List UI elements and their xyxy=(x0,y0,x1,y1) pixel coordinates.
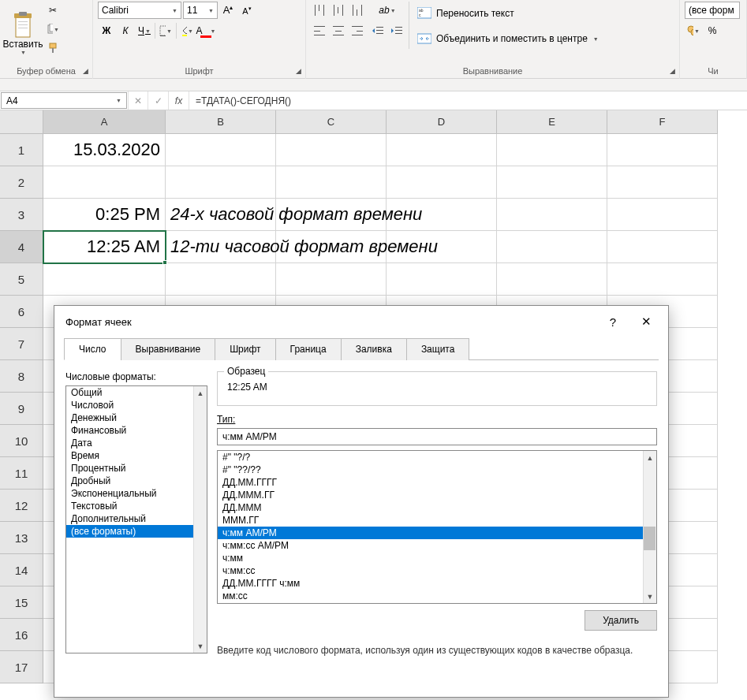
format-item[interactable]: ДД.ММ.ГГГГ ч:мм xyxy=(218,577,656,590)
col-header-F[interactable]: F xyxy=(607,110,718,134)
fx-button[interactable]: fx xyxy=(169,91,189,110)
cell-B4[interactable]: 12-ти часовой формат времени xyxy=(166,231,276,263)
paste-button[interactable]: Вставить ▼ xyxy=(5,2,41,65)
increase-font-button[interactable]: A▴ xyxy=(219,2,237,19)
category-item[interactable]: Текстовый xyxy=(66,500,207,512)
font-color-button[interactable]: A▼ xyxy=(197,22,215,39)
font-name-combo[interactable]: Calibri▼ xyxy=(98,2,181,19)
row-header-10[interactable]: 10 xyxy=(0,425,43,457)
row-header-4[interactable]: 4 xyxy=(0,231,43,263)
cell-F1[interactable] xyxy=(607,134,718,166)
delete-format-button[interactable]: Удалить xyxy=(585,610,657,631)
categories-scrollbar[interactable]: ▲ ▼ xyxy=(193,386,207,653)
row-header-7[interactable]: 7 xyxy=(0,328,43,360)
row-header-12[interactable]: 12 xyxy=(0,490,43,522)
align-top-button[interactable] xyxy=(311,2,328,19)
decrease-font-button[interactable]: A▾ xyxy=(238,2,256,19)
type-input[interactable]: ч:мм AM/PM xyxy=(217,428,657,445)
font-launcher[interactable]: ◢ xyxy=(293,65,304,76)
underline-button[interactable]: Ч▼ xyxy=(136,22,153,39)
fill-color-button[interactable]: ▼ xyxy=(178,22,196,39)
cell-F4[interactable] xyxy=(607,231,718,263)
category-item[interactable]: Дополнительный xyxy=(66,512,207,525)
col-header-D[interactable]: D xyxy=(387,110,497,134)
row-header-15[interactable]: 15 xyxy=(0,586,43,619)
scroll-thumb[interactable] xyxy=(644,527,655,550)
cell-B1[interactable] xyxy=(166,134,276,166)
align-right-button[interactable] xyxy=(349,22,366,39)
row-header-17[interactable]: 17 xyxy=(0,651,43,683)
category-item[interactable]: Дата xyxy=(66,437,207,449)
italic-button[interactable]: К xyxy=(117,22,134,39)
category-item[interactable]: Процентный xyxy=(66,462,207,475)
borders-button[interactable]: ▼ xyxy=(157,22,174,39)
cell-D1[interactable] xyxy=(387,134,497,166)
cell-F3[interactable] xyxy=(607,199,718,231)
cell-C1[interactable] xyxy=(276,134,387,166)
cell-E3[interactable] xyxy=(497,199,607,231)
category-item[interactable]: Денежный xyxy=(66,411,207,424)
font-size-combo[interactable]: 11▼ xyxy=(183,2,218,19)
format-item[interactable]: ч:мм AM/PM xyxy=(218,527,656,539)
format-item[interactable]: ч:мм:сс AM/PM xyxy=(218,539,656,552)
align-middle-button[interactable] xyxy=(330,2,347,19)
row-header-9[interactable]: 9 xyxy=(0,393,43,425)
row-header-3[interactable]: 3 xyxy=(0,199,43,231)
tab-font[interactable]: Шрифт xyxy=(215,338,275,360)
select-all-corner[interactable] xyxy=(0,110,43,134)
copy-button[interactable]: ▼ xyxy=(44,20,62,38)
category-item[interactable]: Дробный xyxy=(66,475,207,487)
currency-button[interactable]: ▼ xyxy=(685,22,702,39)
cell-B3[interactable]: 24-х часовой формат времени xyxy=(166,199,276,231)
format-item[interactable]: #" "?/? xyxy=(218,451,656,464)
row-header-1[interactable]: 1 xyxy=(0,134,43,166)
row-header-13[interactable]: 13 xyxy=(0,522,43,554)
format-item[interactable]: мм:сс xyxy=(218,590,656,602)
cell-A1[interactable]: 15.03.2020 xyxy=(43,134,166,166)
categories-list[interactable]: Общий Числовой Денежный Финансовый Дата … xyxy=(65,385,207,653)
percent-button[interactable]: % xyxy=(704,22,721,39)
bold-button[interactable]: Ж xyxy=(98,22,115,39)
col-header-C[interactable]: C xyxy=(276,110,387,134)
alignment-launcher[interactable]: ◢ xyxy=(667,65,678,76)
cell-D2[interactable] xyxy=(387,166,497,199)
formula-input[interactable]: =ТДАТА()-СЕГОДНЯ() xyxy=(189,91,747,110)
format-item[interactable]: ч:мм xyxy=(218,552,656,564)
number-format-combo[interactable]: (все форм xyxy=(685,2,740,19)
format-item[interactable]: ч:мм:сс xyxy=(218,564,656,577)
cut-button[interactable]: ✂ xyxy=(44,2,62,19)
wrap-text-button[interactable]: abc Переносить текст xyxy=(413,2,519,25)
scroll-up-icon[interactable]: ▲ xyxy=(194,386,207,400)
align-bottom-button[interactable] xyxy=(349,2,366,19)
cell-E2[interactable] xyxy=(497,166,607,199)
scroll-down-icon[interactable]: ▼ xyxy=(644,590,656,603)
row-header-8[interactable]: 8 xyxy=(0,360,43,393)
merge-center-button[interactable]: Объединить и поместить в центре▼ xyxy=(413,27,603,50)
align-left-button[interactable] xyxy=(311,22,328,39)
format-scrollbar[interactable]: ▲ ▼ xyxy=(643,451,656,603)
tab-fill[interactable]: Заливка xyxy=(341,338,407,360)
cell-E4[interactable] xyxy=(497,231,607,263)
tab-protection[interactable]: Защита xyxy=(406,338,470,360)
cell-A3[interactable]: 0:25 PM xyxy=(43,199,166,231)
accept-formula-button[interactable]: ✓ xyxy=(148,91,169,110)
scroll-down-icon[interactable]: ▼ xyxy=(194,639,207,653)
tab-number[interactable]: Число xyxy=(64,338,121,360)
category-item[interactable]: Финансовый xyxy=(66,424,207,437)
align-center-button[interactable] xyxy=(330,22,347,39)
dialog-close-button[interactable]: ✕ xyxy=(635,314,657,330)
name-box[interactable]: A4▼ xyxy=(1,92,127,109)
cell-B2[interactable] xyxy=(166,166,276,199)
format-item[interactable]: ДД.МММ.ГГ xyxy=(218,489,656,501)
row-header-14[interactable]: 14 xyxy=(0,554,43,586)
row-header-6[interactable]: 6 xyxy=(0,296,43,328)
category-item[interactable]: Время xyxy=(66,449,207,462)
tab-border[interactable]: Граница xyxy=(275,338,342,360)
format-painter-button[interactable] xyxy=(44,39,62,57)
row-header-16[interactable]: 16 xyxy=(0,619,43,651)
format-item[interactable]: #" "??/?? xyxy=(218,464,656,476)
format-item[interactable]: МММ.ГГ xyxy=(218,514,656,527)
row-header-11[interactable]: 11 xyxy=(0,457,43,490)
scroll-up-icon[interactable]: ▲ xyxy=(644,451,656,464)
cell-A4[interactable]: 12:25 AM xyxy=(43,231,166,263)
